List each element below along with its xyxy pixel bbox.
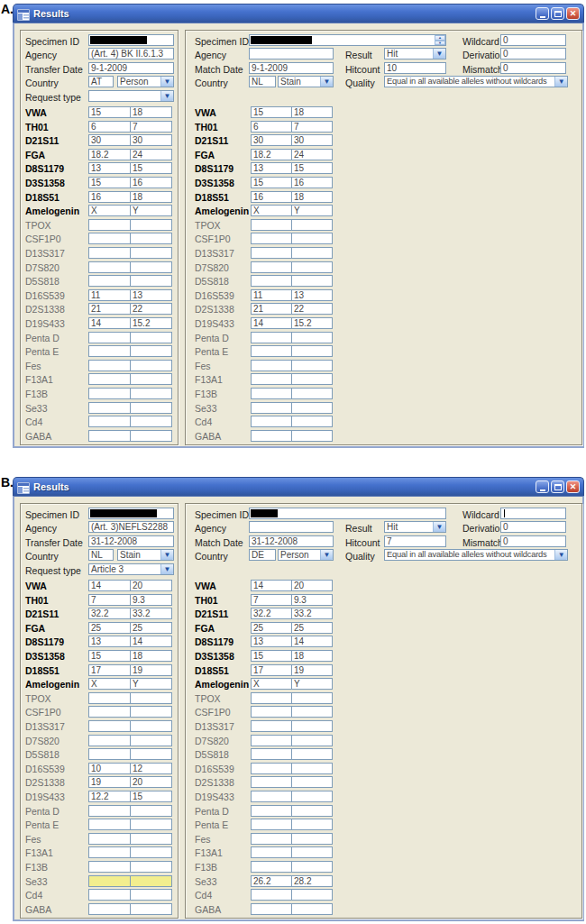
marker-value-field[interactable] — [88, 805, 131, 817]
marker-value-field[interactable]: 16 — [88, 191, 131, 203]
country-code-field[interactable]: NL — [249, 76, 276, 87]
marker-value-field[interactable]: 7 — [251, 594, 292, 606]
marker-value-field[interactable] — [88, 875, 131, 887]
marker-value-field[interactable] — [88, 692, 131, 704]
request-type-dropdown[interactable]: Article 3 ▼ — [88, 563, 174, 575]
marker-value-field[interactable] — [291, 903, 333, 915]
marker-value-field[interactable] — [88, 402, 131, 414]
marker-value-field[interactable] — [251, 763, 292, 774]
marker-value-field[interactable] — [291, 846, 333, 858]
marker-value-field[interactable]: 19 — [88, 776, 131, 788]
marker-value-field[interactable] — [88, 720, 131, 732]
marker-value-field[interactable] — [291, 430, 333, 442]
marker-value-field[interactable]: 33.2 — [291, 608, 333, 619]
marker-value-field[interactable] — [130, 261, 172, 273]
chevron-down-icon[interactable]: ▼ — [433, 522, 445, 532]
marker-value-field[interactable] — [88, 416, 131, 427]
marker-value-field[interactable] — [291, 692, 333, 704]
marker-value-field[interactable]: 15 — [251, 650, 292, 662]
marker-value-field[interactable] — [251, 261, 292, 273]
marker-value-field[interactable]: 14 — [291, 636, 333, 647]
marker-value-field[interactable] — [130, 430, 172, 442]
marker-value-field[interactable] — [88, 889, 131, 901]
result-dropdown[interactable]: Hit ▼ — [384, 521, 446, 533]
marker-value-field[interactable]: 17 — [251, 664, 292, 676]
agency-field[interactable] — [249, 521, 334, 533]
mismatch-field[interactable]: 0 — [500, 62, 566, 74]
marker-value-field[interactable] — [130, 373, 172, 385]
close-button[interactable]: ✕ — [566, 480, 580, 493]
marker-value-field[interactable]: 9.3 — [291, 594, 333, 606]
marker-value-field[interactable] — [130, 875, 172, 887]
marker-value-field[interactable]: 13 — [291, 289, 333, 301]
country-code-field[interactable]: AT — [88, 76, 114, 87]
agency-field[interactable]: (Art. 4) BK II.6.1.3 — [88, 48, 174, 59]
marker-value-field[interactable] — [88, 706, 131, 718]
chevron-down-icon[interactable]: ▼ — [554, 550, 567, 560]
marker-value-field[interactable]: 15 — [251, 106, 292, 118]
marker-value-field[interactable] — [251, 791, 292, 802]
marker-value-field[interactable] — [130, 720, 172, 732]
marker-value-field[interactable]: 17 — [88, 664, 131, 676]
marker-value-field[interactable]: 7 — [88, 594, 131, 606]
marker-value-field[interactable] — [251, 692, 292, 704]
marker-value-field[interactable] — [130, 903, 172, 915]
marker-value-field[interactable]: 14 — [88, 317, 131, 329]
chevron-down-icon[interactable]: ▼ — [160, 91, 173, 101]
marker-value-field[interactable]: 15 — [88, 650, 131, 662]
marker-value-field[interactable] — [130, 692, 172, 704]
marker-value-field[interactable] — [88, 735, 131, 746]
marker-value-field[interactable] — [291, 261, 333, 273]
transfer-date-field[interactable]: 31-12-2008 — [88, 535, 174, 547]
marker-value-field[interactable]: 30 — [88, 134, 131, 146]
marker-value-field[interactable]: 19 — [291, 664, 333, 676]
marker-value-field[interactable]: 6 — [88, 121, 131, 133]
marker-value-field[interactable] — [88, 373, 131, 385]
titlebar[interactable]: Results ✕ — [13, 4, 584, 23]
marker-value-field[interactable] — [291, 219, 333, 231]
derivation-field[interactable]: 0 — [500, 521, 566, 533]
marker-value-field[interactable] — [291, 360, 333, 371]
marker-value-field[interactable] — [88, 748, 131, 760]
marker-value-field[interactable]: 6 — [251, 121, 292, 133]
marker-value-field[interactable] — [251, 373, 292, 385]
marker-value-field[interactable] — [130, 846, 172, 858]
marker-value-field[interactable] — [251, 861, 292, 873]
marker-value-field[interactable] — [291, 247, 333, 259]
marker-value-field[interactable]: 18 — [291, 191, 333, 203]
marker-value-field[interactable]: 25 — [130, 622, 172, 634]
marker-value-field[interactable] — [251, 275, 292, 287]
specimen-id-field[interactable] — [88, 508, 174, 519]
marker-value-field[interactable] — [130, 360, 172, 371]
marker-value-field[interactable]: 15 — [130, 162, 172, 174]
marker-value-field[interactable] — [251, 402, 292, 414]
close-button[interactable]: ✕ — [566, 7, 580, 20]
wildcard-field[interactable] — [500, 508, 566, 519]
marker-value-field[interactable]: 14 — [251, 317, 292, 329]
marker-value-field[interactable]: 18 — [130, 106, 172, 118]
marker-value-field[interactable]: 19 — [130, 664, 172, 676]
quality-dropdown[interactable]: Equal in all available alleles without w… — [384, 76, 568, 87]
marker-value-field[interactable] — [130, 233, 172, 244]
hitcount-field[interactable]: 10 — [384, 62, 446, 74]
marker-value-field[interactable]: X — [88, 205, 131, 216]
marker-value-field[interactable]: 20 — [291, 580, 333, 591]
minimize-button[interactable] — [536, 480, 549, 493]
chevron-down-icon[interactable]: ▼ — [160, 564, 173, 574]
marker-value-field[interactable] — [130, 345, 172, 357]
marker-value-field[interactable] — [291, 735, 333, 746]
marker-value-field[interactable]: 18 — [130, 191, 172, 203]
marker-value-field[interactable] — [88, 360, 131, 371]
match-date-field[interactable]: 31-12-2008 — [249, 535, 334, 547]
agency-field[interactable] — [249, 48, 334, 59]
marker-value-field[interactable] — [130, 402, 172, 414]
marker-value-field[interactable] — [251, 748, 292, 760]
marker-value-field[interactable] — [251, 889, 292, 901]
chevron-down-icon[interactable]: ▼ — [433, 49, 445, 59]
marker-value-field[interactable]: Y — [130, 678, 172, 690]
marker-value-field[interactable]: 18 — [291, 106, 333, 118]
marker-value-field[interactable] — [88, 846, 131, 858]
marker-value-field[interactable] — [291, 332, 333, 343]
marker-value-field[interactable] — [291, 861, 333, 873]
chevron-down-icon[interactable]: ▼ — [160, 550, 173, 560]
